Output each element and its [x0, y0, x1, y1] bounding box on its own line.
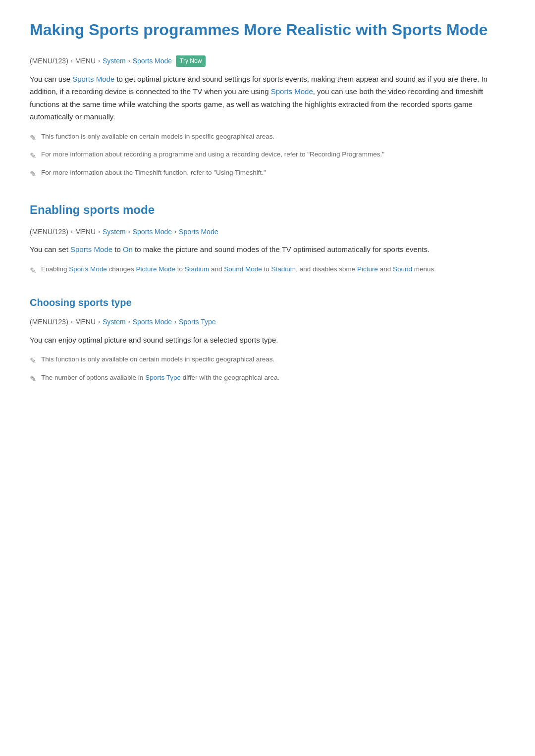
breadcrumb-sep3: › [128, 56, 130, 66]
enabling-note-item: ✎ Enabling Sports Mode changes Picture M… [30, 264, 505, 277]
choosing-bc-menu: MENU [75, 316, 96, 327]
sports-mode-link-1: Sports Mode [72, 75, 114, 83]
note-item-3: ✎ For more information about the Timeshi… [30, 167, 505, 181]
enabling-notes-list: ✎ Enabling Sports Mode changes Picture M… [30, 264, 505, 277]
stadium-link-2: Stadium [271, 265, 296, 273]
on-link: On [123, 245, 133, 253]
choosing-bc-sep2: › [98, 317, 100, 327]
pencil-icon-5: ✎ [30, 354, 36, 367]
picture-link: Picture [357, 265, 378, 273]
sports-mode-link-3: Sports Mode [70, 245, 112, 253]
main-breadcrumb: (MENU/123) › MENU › System › Sports Mode… [30, 55, 505, 67]
choosing-note-item-2: ✎ The number of options available in Spo… [30, 372, 505, 386]
choosing-breadcrumb: (MENU/123) › MENU › System › Sports Mode… [30, 316, 505, 327]
choosing-section-title: Choosing sports type [30, 295, 505, 310]
choosing-note-item-1: ✎ This function is only available on cer… [30, 354, 505, 367]
note-item-1: ✎ This function is only available on cer… [30, 131, 505, 145]
stadium-link-1: Stadium [185, 265, 210, 273]
breadcrumb-menu: MENU [75, 55, 96, 66]
enabling-bc-sep1: › [71, 227, 73, 237]
choosing-notes-list: ✎ This function is only available on cer… [30, 354, 505, 385]
pencil-icon-1: ✎ [30, 132, 36, 145]
note-item-2: ✎ For more information about recording a… [30, 149, 505, 162]
sound-link: Sound [393, 265, 412, 273]
main-body-text: You can use Sports Mode to get optimal p… [30, 73, 505, 123]
pencil-icon-6: ✎ [30, 373, 36, 386]
sports-mode-link-2: Sports Mode [271, 87, 313, 96]
page-title: Making Sports programmes More Realistic … [30, 20, 505, 41]
note-text-2: For more information about recording a p… [41, 149, 384, 160]
sports-mode-link-4: Sports Mode [69, 265, 107, 273]
breadcrumb-menu123: (MENU/123) [30, 55, 68, 66]
enabling-bc-sports-mode2: Sports Mode [179, 226, 218, 237]
choosing-bc-sports-type: Sports Type [179, 316, 215, 327]
enabling-bc-sep3: › [128, 227, 130, 237]
enabling-bc-sep4: › [174, 227, 176, 237]
choosing-bc-sep1: › [71, 317, 73, 327]
breadcrumb-sep2: › [98, 56, 100, 66]
choosing-note-text-1: This function is only available on certa… [41, 354, 274, 365]
enabling-bc-sep2: › [98, 227, 100, 237]
enabling-note-text: Enabling Sports Mode changes Picture Mod… [41, 264, 436, 275]
choosing-bc-system: System [103, 316, 126, 327]
choosing-bc-sep4: › [174, 317, 176, 327]
breadcrumb-system: System [103, 55, 126, 66]
pencil-icon-3: ✎ [30, 168, 36, 181]
pencil-icon-4: ✎ [30, 264, 36, 277]
enabling-breadcrumb: (MENU/123) › MENU › System › Sports Mode… [30, 226, 505, 237]
sound-mode-link: Sound Mode [224, 265, 262, 273]
enabling-bc-menu123: (MENU/123) [30, 226, 68, 237]
choosing-bc-sep3: › [128, 317, 130, 327]
enabling-body-text: You can set Sports Mode to On to make th… [30, 243, 505, 256]
breadcrumb-sports-mode: Sports Mode [133, 55, 172, 66]
try-now-badge[interactable]: Try Now [176, 55, 206, 67]
choosing-bc-menu123: (MENU/123) [30, 316, 68, 327]
choosing-note-text-2: The number of options available in Sport… [41, 372, 279, 383]
picture-mode-link: Picture Mode [136, 265, 175, 273]
choosing-bc-sports-mode: Sports Mode [133, 316, 172, 327]
enabling-section-title: Enabling sports mode [30, 201, 505, 219]
pencil-icon-2: ✎ [30, 150, 36, 162]
enabling-bc-system: System [103, 226, 126, 237]
enabling-bc-menu: MENU [75, 226, 96, 237]
note-text-1: This function is only available on certa… [41, 131, 274, 142]
choosing-body-text: You can enjoy optimal picture and sound … [30, 334, 505, 347]
note-text-3: For more information about the Timeshift… [41, 167, 266, 178]
main-notes-list: ✎ This function is only available on cer… [30, 131, 505, 181]
breadcrumb-sep1: › [71, 56, 73, 66]
sports-type-link: Sports Type [145, 374, 181, 381]
enabling-bc-sports-mode: Sports Mode [133, 226, 172, 237]
